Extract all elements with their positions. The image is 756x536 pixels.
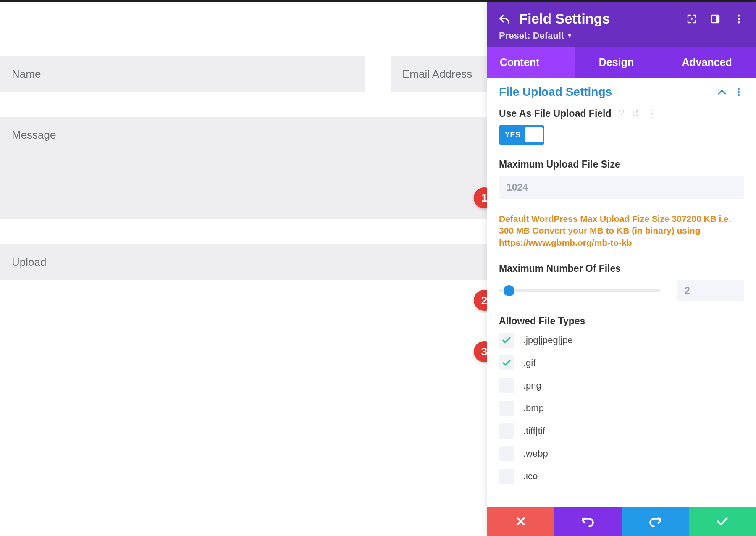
notice-link[interactable]: https://www.gbmb.org/mb-to-kb bbox=[499, 238, 632, 247]
max-files-label: Maximum Number Of Files bbox=[499, 263, 621, 274]
file-upload-toggle[interactable]: YES bbox=[499, 125, 544, 145]
file-type-label: .bmp bbox=[523, 403, 544, 414]
file-type-checkbox[interactable] bbox=[499, 355, 514, 370]
file-type-label: .png bbox=[523, 380, 541, 391]
tab-content[interactable]: Content bbox=[487, 47, 575, 78]
max-upload-size-label: Maximum Upload File Size bbox=[499, 159, 620, 170]
reset-icon[interactable]: ↺ bbox=[632, 108, 640, 119]
file-types-list: .jpg|jpeg|jpe.gif.png.bmp.tiff|tif.webp.… bbox=[499, 333, 744, 484]
preset-selector[interactable]: Preset: Default ▼ bbox=[499, 30, 744, 41]
file-type-row: .bmp bbox=[499, 401, 744, 416]
file-type-row: .jpg|jpeg|jpe bbox=[499, 333, 744, 348]
redo-button[interactable] bbox=[622, 507, 689, 536]
file-type-row: .gif bbox=[499, 355, 744, 370]
toggle-yes-label: YES bbox=[505, 131, 521, 139]
caret-down-icon: ▼ bbox=[567, 32, 572, 39]
file-type-checkbox[interactable] bbox=[499, 469, 514, 484]
file-type-checkbox[interactable] bbox=[499, 401, 514, 416]
file-type-row: .tiff|tif bbox=[499, 423, 744, 439]
undo-button[interactable] bbox=[554, 507, 622, 536]
preset-label: Preset: Default bbox=[499, 30, 564, 41]
file-type-checkbox[interactable] bbox=[499, 333, 514, 348]
tab-advanced[interactable]: Advanced bbox=[658, 47, 756, 78]
panel-footer bbox=[487, 507, 756, 536]
svg-point-3 bbox=[738, 14, 740, 16]
toggle-knob bbox=[525, 127, 543, 142]
snap-icon[interactable] bbox=[710, 13, 721, 24]
option-kebab-icon[interactable]: ⋮ bbox=[647, 108, 657, 119]
collapse-icon[interactable] bbox=[717, 87, 727, 97]
max-upload-size-input[interactable] bbox=[499, 176, 744, 199]
panel-header: Field Settings Preset: Default ▼ bbox=[487, 2, 756, 47]
slider-thumb[interactable] bbox=[504, 285, 514, 296]
use-as-file-upload-label: Use As File Upload Field bbox=[499, 108, 612, 119]
file-type-label: .jpg|jpeg|jpe bbox=[523, 335, 573, 346]
file-type-label: .tiff|tif bbox=[523, 426, 545, 436]
kebab-icon[interactable] bbox=[733, 13, 744, 24]
file-type-checkbox[interactable] bbox=[499, 378, 514, 393]
panel-title: Field Settings bbox=[519, 11, 610, 27]
file-type-row: .ico bbox=[499, 469, 744, 484]
svg-point-4 bbox=[738, 18, 740, 20]
form-preview: Name Email Address Message Upload bbox=[0, 2, 488, 305]
back-icon[interactable] bbox=[499, 13, 510, 24]
file-type-label: .ico bbox=[523, 471, 538, 482]
max-files-slider[interactable] bbox=[499, 289, 660, 292]
upload-field[interactable]: Upload bbox=[0, 244, 488, 280]
help-icon[interactable]: ? bbox=[619, 108, 625, 119]
section-kebab-icon[interactable] bbox=[733, 87, 744, 97]
svg-point-5 bbox=[738, 21, 740, 23]
svg-point-0 bbox=[691, 18, 693, 20]
svg-point-7 bbox=[738, 91, 740, 93]
cancel-button[interactable] bbox=[487, 507, 554, 536]
max-size-notice: Default WordPress Max Upload Fize Size 3… bbox=[499, 213, 744, 249]
notice-text: Default WordPress Max Upload Fize Size 3… bbox=[499, 214, 731, 235]
file-type-row: .png bbox=[499, 378, 744, 393]
file-type-row: .webp bbox=[499, 446, 744, 461]
email-field[interactable]: Email Address bbox=[391, 56, 488, 92]
file-type-label: .gif bbox=[523, 357, 536, 368]
svg-point-8 bbox=[738, 94, 740, 96]
section-title[interactable]: File Upload Settings bbox=[499, 85, 612, 99]
svg-point-6 bbox=[738, 88, 740, 90]
save-button[interactable] bbox=[689, 507, 756, 536]
max-files-value[interactable]: 2 bbox=[677, 280, 744, 301]
name-field[interactable]: Name bbox=[0, 56, 365, 92]
file-type-label: .webp bbox=[523, 448, 548, 459]
settings-panel: Field Settings Preset: Default ▼ bbox=[487, 2, 756, 536]
tabs: Content Design Advanced bbox=[487, 47, 756, 78]
message-field[interactable]: Message bbox=[0, 117, 488, 219]
file-type-checkbox[interactable] bbox=[499, 446, 514, 461]
allowed-types-label: Allowed File Types bbox=[499, 315, 585, 327]
tab-design[interactable]: Design bbox=[575, 47, 658, 78]
file-type-checkbox[interactable] bbox=[499, 423, 514, 439]
svg-rect-2 bbox=[716, 15, 719, 23]
expand-icon[interactable] bbox=[686, 13, 697, 24]
